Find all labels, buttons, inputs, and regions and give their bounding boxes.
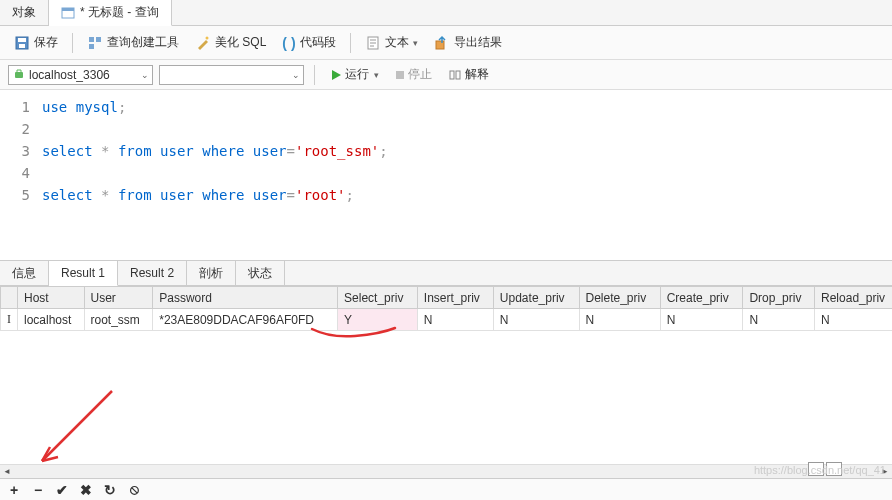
svg-point-8 xyxy=(206,36,209,39)
query-icon xyxy=(61,6,75,20)
svg-rect-5 xyxy=(89,37,94,42)
stop-icon xyxy=(395,70,405,80)
cell[interactable]: root_ssm xyxy=(84,309,153,331)
beautify-label: 美化 SQL xyxy=(215,34,266,51)
text-label: 文本 xyxy=(385,34,409,51)
connection-icon xyxy=(12,68,26,82)
export-icon xyxy=(434,35,450,51)
apply-button[interactable]: ✔ xyxy=(54,482,70,498)
beautify-sql-button[interactable]: 美化 SQL xyxy=(189,31,272,54)
export-label: 导出结果 xyxy=(454,34,502,51)
line-number: 5 xyxy=(0,184,42,206)
column-header[interactable]: Select_priv xyxy=(338,287,418,309)
svg-rect-16 xyxy=(450,71,454,79)
column-header[interactable]: Host xyxy=(18,287,85,309)
cell[interactable]: N xyxy=(579,309,660,331)
database-select[interactable]: ⌄ xyxy=(159,65,304,85)
column-header[interactable]: Delete_priv xyxy=(579,287,660,309)
column-header[interactable]: Create_priv xyxy=(660,287,743,309)
tab-profile[interactable]: 剖析 xyxy=(187,261,236,285)
cell[interactable]: localhost xyxy=(18,309,85,331)
tab-result2[interactable]: Result 2 xyxy=(118,261,187,285)
braces-icon: ( ) xyxy=(282,35,295,51)
code-snippet-button[interactable]: ( ) 代码段 xyxy=(276,31,341,54)
column-header[interactable]: Insert_priv xyxy=(417,287,493,309)
chevron-down-icon: ⌄ xyxy=(141,70,149,80)
svg-rect-17 xyxy=(456,71,460,79)
cell[interactable]: N xyxy=(743,309,815,331)
code-line[interactable] xyxy=(42,162,50,184)
column-header[interactable]: Update_priv xyxy=(493,287,579,309)
cell[interactable]: *23AE809DDACAF96AF0FD xyxy=(153,309,338,331)
explain-label: 解释 xyxy=(465,66,489,83)
tab-query[interactable]: * 无标题 - 查询 xyxy=(49,0,172,26)
line-number: 1 xyxy=(0,96,42,118)
svg-rect-13 xyxy=(436,41,444,49)
row-indicator: I xyxy=(1,309,18,331)
separator xyxy=(314,65,315,85)
watermark: https://blog.csdn.net/qq_41 xyxy=(754,464,886,476)
tab-label: 对象 xyxy=(12,4,36,21)
wand-icon xyxy=(195,35,211,51)
svg-rect-4 xyxy=(19,44,25,48)
tab-status[interactable]: 状态 xyxy=(236,261,285,285)
run-label: 运行 xyxy=(345,66,369,83)
chevron-down-icon: ▾ xyxy=(374,70,379,80)
code-line[interactable]: select * from user where user='root_ssm'… xyxy=(42,140,388,162)
column-header[interactable]: Password xyxy=(153,287,338,309)
explain-icon xyxy=(448,68,462,82)
chevron-down-icon: ▾ xyxy=(413,38,418,48)
save-label: 保存 xyxy=(34,34,58,51)
svg-rect-1 xyxy=(62,8,74,11)
tab-result1[interactable]: Result 1 xyxy=(49,261,118,286)
svg-rect-3 xyxy=(18,38,26,42)
svg-rect-7 xyxy=(89,44,94,49)
connection-select[interactable]: localhost_3306 ⌄ xyxy=(8,65,153,85)
document-icon xyxy=(365,35,381,51)
cell[interactable]: N xyxy=(417,309,493,331)
stop-label: 停止 xyxy=(408,66,432,83)
cancel-button[interactable]: ✖ xyxy=(78,482,94,498)
column-header[interactable]: Reload_priv xyxy=(815,287,892,309)
run-button[interactable]: 运行 ▾ xyxy=(325,64,384,85)
code-line[interactable]: use mysql; xyxy=(42,96,126,118)
refresh-button[interactable]: ↻ xyxy=(102,482,118,498)
explain-button[interactable]: 解释 xyxy=(443,64,494,85)
sql-editor[interactable]: 1use mysql;2 3select * from user where u… xyxy=(0,90,892,260)
line-number: 3 xyxy=(0,140,42,162)
text-button[interactable]: 文本 ▾ xyxy=(359,31,424,54)
separator xyxy=(72,33,73,53)
cell[interactable]: Y xyxy=(338,309,418,331)
svg-rect-6 xyxy=(96,37,101,42)
separator xyxy=(350,33,351,53)
code-line[interactable] xyxy=(42,118,50,140)
result-grid[interactable]: HostUserPasswordSelect_privInsert_privUp… xyxy=(0,286,892,476)
connection-name: localhost_3306 xyxy=(29,68,110,82)
svg-rect-15 xyxy=(396,71,404,79)
query-builder-button[interactable]: 查询创建工具 xyxy=(81,31,185,54)
cell[interactable]: N xyxy=(493,309,579,331)
stop-button[interactable]: 停止 xyxy=(390,64,437,85)
save-button[interactable]: 保存 xyxy=(8,31,64,54)
column-header[interactable]: User xyxy=(84,287,153,309)
code-line[interactable]: select * from user where user='root'; xyxy=(42,184,354,206)
line-number: 4 xyxy=(0,162,42,184)
tab-info[interactable]: 信息 xyxy=(0,261,49,285)
cell[interactable]: N xyxy=(815,309,892,331)
play-icon xyxy=(330,69,342,81)
export-result-button[interactable]: 导出结果 xyxy=(428,31,508,54)
svg-rect-14 xyxy=(15,72,23,78)
table-row[interactable]: Ilocalhostroot_ssm*23AE809DDACAF96AF0FDY… xyxy=(1,309,893,331)
add-record-button[interactable]: + xyxy=(6,482,22,498)
tab-objects[interactable]: 对象 xyxy=(0,0,49,25)
snippet-label: 代码段 xyxy=(300,34,336,51)
line-number: 2 xyxy=(0,118,42,140)
query-builder-label: 查询创建工具 xyxy=(107,34,179,51)
chevron-down-icon: ⌄ xyxy=(292,70,300,80)
column-header[interactable]: Drop_priv xyxy=(743,287,815,309)
scroll-left-icon[interactable]: ◄ xyxy=(0,466,14,478)
delete-record-button[interactable]: − xyxy=(30,482,46,498)
builder-icon xyxy=(87,35,103,51)
stop-button[interactable]: ⦸ xyxy=(126,481,142,498)
cell[interactable]: N xyxy=(660,309,743,331)
